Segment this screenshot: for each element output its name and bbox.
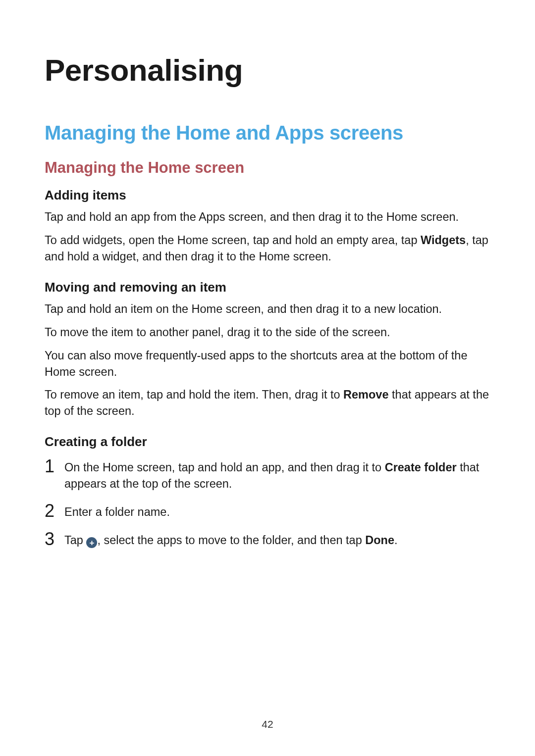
create-folder-label: Create folder — [385, 461, 457, 474]
step-body: Tap +, select the apps to move to the fo… — [64, 531, 490, 549]
done-label: Done — [365, 534, 394, 547]
step3-c: . — [394, 534, 398, 547]
subsection-title: Managing the Home screen — [45, 159, 490, 177]
page-number: 42 — [0, 718, 535, 730]
step-3: 3 Tap +, select the apps to move to the … — [45, 531, 490, 549]
moving-p4: To remove an item, tap and hold the item… — [45, 387, 490, 419]
step-body: On the Home screen, tap and hold an app,… — [64, 458, 490, 492]
creating-folder-heading: Creating a folder — [45, 434, 490, 450]
moving-p1: Tap and hold an item on the Home screen,… — [45, 301, 490, 317]
remove-label: Remove — [343, 388, 388, 401]
step-number: 1 — [45, 457, 64, 475]
adding-items-heading: Adding items — [45, 188, 490, 203]
page-title: Personalising — [45, 53, 490, 87]
step1-a: On the Home screen, tap and hold an app,… — [64, 461, 385, 474]
step-2: 2 Enter a folder name. — [45, 503, 490, 520]
adding-p2a: To add widgets, open the Home screen, ta… — [45, 234, 421, 247]
step-number: 2 — [45, 502, 64, 520]
adding-p1: Tap and hold an app from the Apps screen… — [45, 209, 490, 225]
moving-heading: Moving and removing an item — [45, 280, 490, 295]
section-title: Managing the Home and Apps screens — [45, 122, 490, 144]
adding-items-block: Adding items Tap and hold an app from th… — [45, 188, 490, 265]
moving-removing-block: Moving and removing an item Tap and hold… — [45, 280, 490, 419]
step-1: 1 On the Home screen, tap and hold an ap… — [45, 458, 490, 492]
adding-p2: To add widgets, open the Home screen, ta… — [45, 232, 490, 265]
step3-a: Tap — [64, 534, 86, 547]
widgets-label: Widgets — [421, 234, 466, 247]
moving-p4a: To remove an item, tap and hold the item… — [45, 388, 343, 401]
moving-p3: You can also move frequently-used apps t… — [45, 348, 490, 380]
creating-folder-block: Creating a folder 1 On the Home screen, … — [45, 434, 490, 549]
step-body: Enter a folder name. — [64, 503, 490, 520]
steps-list: 1 On the Home screen, tap and hold an ap… — [45, 458, 490, 549]
moving-p2: To move the item to another panel, drag … — [45, 324, 490, 341]
step3-b: , select the apps to move to the folder,… — [97, 534, 365, 547]
step-number: 3 — [45, 530, 64, 548]
plus-circle-icon: + — [86, 537, 97, 548]
